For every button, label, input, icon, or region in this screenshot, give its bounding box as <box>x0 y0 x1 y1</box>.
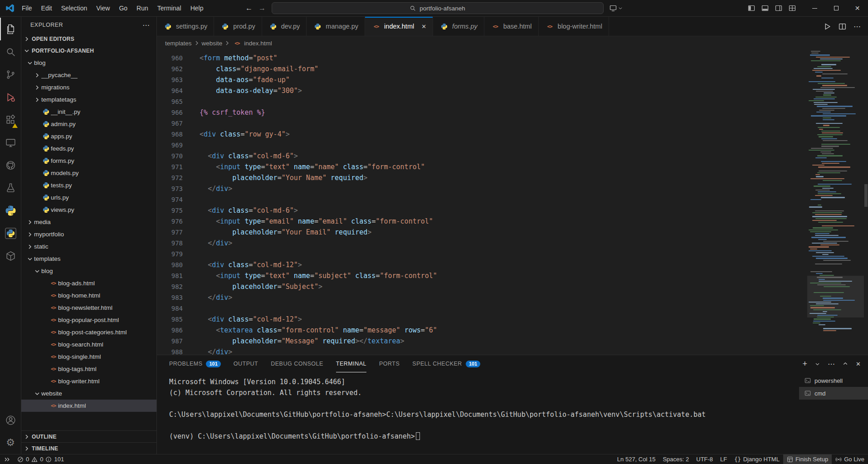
customize-layout-icon[interactable] <box>789 5 796 12</box>
finish-setup-status[interactable]: Finish Setup <box>783 454 832 464</box>
timeline-section[interactable]: TIMELINE <box>21 442 156 454</box>
close-icon[interactable]: ✕ <box>421 23 426 30</box>
file-blog-ads-html[interactable]: <>blog-ads.html <box>21 277 156 289</box>
panel-tab-problems[interactable]: PROBLEMS101 <box>169 355 221 372</box>
tab-forms-py[interactable]: forms.py <box>433 17 484 36</box>
indentation-status[interactable]: Spaces: 2 <box>659 454 692 464</box>
shell-cmd[interactable]: cmd <box>799 387 868 400</box>
shell-powershell[interactable]: powershell <box>799 374 868 387</box>
activity-testing-button[interactable] <box>0 176 21 199</box>
toggle-secondary-sidebar-icon[interactable] <box>775 5 782 12</box>
file-blog-tags-html[interactable]: <>blog-tags.html <box>21 363 156 375</box>
activity-explorer-button[interactable] <box>0 18 21 40</box>
split-editor-icon[interactable] <box>839 23 846 30</box>
minimize-button[interactable] <box>804 0 825 16</box>
account-button[interactable] <box>0 409 21 431</box>
language-mode-status[interactable]: {}Django HTML <box>731 454 783 464</box>
terminal-dropdown-icon[interactable] <box>815 361 820 366</box>
minimap-slider[interactable] <box>807 276 864 317</box>
menu-help[interactable]: Help <box>186 0 208 16</box>
eol-status[interactable]: LF <box>717 454 731 464</box>
menu-go[interactable]: Go <box>114 0 132 16</box>
device-preview-icon[interactable] <box>610 5 623 12</box>
folder-templates[interactable]: templates <box>21 253 156 265</box>
menu-file[interactable]: File <box>17 0 37 16</box>
file-init-py[interactable]: __init__.py <box>21 106 156 118</box>
menu-edit[interactable]: Edit <box>37 0 57 16</box>
folder-static[interactable]: static <box>21 240 156 253</box>
file-blog-single-html[interactable]: <>blog-single.html <box>21 351 156 363</box>
open-editors-section[interactable]: OPEN EDITORS <box>21 33 156 45</box>
maximize-panel-icon[interactable] <box>843 361 848 366</box>
file-feeds-py[interactable]: feeds.py <box>21 142 156 155</box>
tab-manage-py[interactable]: manage.py <box>307 17 365 36</box>
file-blog-home-html[interactable]: <>blog-home.html <box>21 289 156 302</box>
tab-base-html[interactable]: <>base.html <box>484 17 539 36</box>
file-forms-py[interactable]: forms.py <box>21 155 156 167</box>
run-icon[interactable] <box>824 23 831 30</box>
breadcrumb-index-html[interactable]: <>index.html <box>232 40 272 47</box>
panel-tab-output[interactable]: OUTPUT <box>234 355 258 372</box>
maximize-button[interactable] <box>825 0 847 16</box>
file-views-py[interactable]: views.py <box>21 204 156 216</box>
cursor-position-status[interactable]: Ln 527, Col 15 <box>614 454 659 464</box>
panel-more-actions-icon[interactable]: ⋯ <box>828 360 835 368</box>
activity-source-control-button[interactable] <box>0 63 21 86</box>
file-blog-post-categories-html[interactable]: <>blog-post-categories.html <box>21 326 156 338</box>
toggle-primary-sidebar-icon[interactable] <box>748 5 755 12</box>
activity-run-debug-button[interactable] <box>0 86 21 108</box>
outline-section[interactable]: OUTLINE <box>21 430 156 442</box>
folder-website[interactable]: website <box>21 387 156 400</box>
problems-status[interactable]: 0 0 101 <box>14 454 68 464</box>
editor-more-actions-icon[interactable]: ⋯ <box>853 22 861 31</box>
file-urls-py[interactable]: urls.py <box>21 191 156 204</box>
folder-templatetags[interactable]: templatetags <box>21 93 156 106</box>
folder-pycache[interactable]: __pycache__ <box>21 69 156 81</box>
toggle-panel-icon[interactable] <box>761 5 769 12</box>
new-terminal-icon[interactable]: + <box>803 360 808 368</box>
file-index-html[interactable]: <>index.html <box>21 400 156 412</box>
settings-button[interactable]: ⚙ <box>0 431 21 454</box>
file-admin-py[interactable]: admin.py <box>21 118 156 130</box>
terminal-output[interactable]: Microsoft Windows [Version 10.0.19045.64… <box>157 372 799 454</box>
menu-view[interactable]: View <box>92 0 114 16</box>
activity-python-env-button[interactable] <box>0 222 21 244</box>
file-blog-writer-html[interactable]: <>blog-writer.html <box>21 375 156 387</box>
activity-github-button[interactable] <box>0 154 21 176</box>
folder-migrations[interactable]: migrations <box>21 81 156 93</box>
tab-index-html[interactable]: <>index.html✕ <box>365 17 433 36</box>
close-panel-icon[interactable]: ✕ <box>856 361 861 367</box>
file-blog-popular-post-html[interactable]: <>blog-popular-post.html <box>21 314 156 326</box>
activity-remote-explorer-button[interactable] <box>0 131 21 154</box>
panel-tab-spell-checker[interactable]: SPELL CHECKER101 <box>412 355 480 372</box>
menu-run[interactable]: Run <box>132 0 153 16</box>
file-apps-py[interactable]: apps.py <box>21 130 156 142</box>
workspace-root-section[interactable]: PORTFOLIO-AFSANEH <box>21 45 156 57</box>
minimap[interactable] <box>807 51 864 355</box>
search-input[interactable]: portfolio-afsaneh <box>272 2 604 14</box>
breadcrumb-templates[interactable]: templates <box>165 40 192 47</box>
sidebar-more-actions-icon[interactable]: ⋯ <box>142 21 150 29</box>
tab-dev-py[interactable]: dev.py <box>262 17 307 36</box>
folder-media[interactable]: media <box>21 216 156 228</box>
activity-search-button[interactable] <box>0 40 21 63</box>
remote-indicator[interactable] <box>0 454 14 464</box>
go-live-status[interactable]: Go Live <box>832 454 868 464</box>
file-models-py[interactable]: models.py <box>21 167 156 179</box>
folder-blog[interactable]: blog <box>21 265 156 277</box>
panel-tab-terminal[interactable]: TERMINAL <box>336 355 366 372</box>
activity-container-button[interactable] <box>0 244 21 267</box>
activity-python-button[interactable] <box>0 199 21 222</box>
panel-tab-ports[interactable]: PORTS <box>379 355 400 372</box>
scrollbar-slider[interactable] <box>864 184 868 207</box>
file-tests-py[interactable]: tests.py <box>21 179 156 191</box>
folder-blog[interactable]: blog <box>21 57 156 69</box>
back-arrow-icon[interactable]: ← <box>245 4 253 12</box>
menu-terminal[interactable]: Terminal <box>153 0 186 16</box>
menu-selection[interactable]: Selection <box>57 0 92 16</box>
activity-extensions-button[interactable] <box>0 108 21 131</box>
folder-myportfolio[interactable]: myportfolio <box>21 228 156 240</box>
file-blog-search-html[interactable]: <>blog-search.html <box>21 338 156 351</box>
encoding-status[interactable]: UTF-8 <box>692 454 717 464</box>
code-editor[interactable]: 960 <form method="post"962 class="django… <box>157 53 803 355</box>
